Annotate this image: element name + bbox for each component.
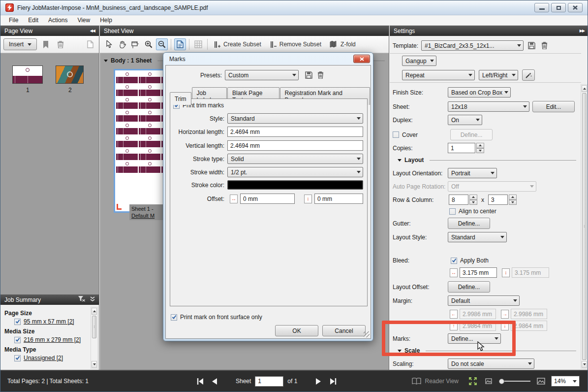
save-preset-icon[interactable] <box>304 70 313 80</box>
scaling-dropdown[interactable]: Do not scale <box>448 359 534 369</box>
duplex-dropdown[interactable]: On <box>448 115 482 125</box>
rows-stepper[interactable] <box>469 195 477 205</box>
z-fold-button[interactable]: Z-fold <box>330 41 356 48</box>
finish-size-dropdown[interactable]: Based on Crop Box <box>448 87 511 98</box>
media-type-link[interactable]: Unassigned [2] <box>24 355 63 361</box>
zoom-slider[interactable] <box>499 379 530 384</box>
media-type-checkbox[interactable] <box>14 355 21 361</box>
sheet-number-input[interactable]: 1 <box>255 376 283 387</box>
sheet-content-view-icon[interactable] <box>174 38 186 50</box>
remove-subset-button[interactable]: Remove Subset <box>270 41 321 48</box>
next-sheet-icon[interactable] <box>313 376 324 387</box>
previous-sheet-icon[interactable] <box>209 376 220 387</box>
page-size-link[interactable]: 95 mm x 57 mm [2] <box>24 318 74 325</box>
delete-preset-icon[interactable] <box>315 70 325 80</box>
job-summary-scrollbar[interactable] <box>91 307 98 369</box>
zoom-out-icon[interactable] <box>156 38 168 50</box>
margin-dropdown[interactable]: Default <box>448 295 520 306</box>
align-to-center-checkbox[interactable] <box>449 208 456 215</box>
offset-horizontal-input[interactable]: 0 mm <box>240 194 295 204</box>
stroke-color-swatch[interactable] <box>227 180 363 190</box>
dialog-resize-grip[interactable] <box>364 331 370 337</box>
stroke-width-dropdown[interactable]: 1/2 pt. <box>227 167 363 177</box>
cols-input[interactable]: 3 <box>488 195 508 205</box>
finish-size-value: Based on Crop Box <box>451 89 502 96</box>
save-template-icon[interactable] <box>526 41 536 51</box>
media-size-checkbox[interactable] <box>14 337 21 343</box>
copies-stepper[interactable] <box>476 143 484 153</box>
maximize-button[interactable] <box>551 3 566 12</box>
sheet-edit-button[interactable]: Edit... <box>532 101 575 112</box>
select-tool-icon[interactable] <box>103 38 115 50</box>
copies-input[interactable]: 1 <box>448 143 475 153</box>
horizontal-length-input[interactable]: 2.4694 mm <box>227 127 363 137</box>
zoom-in-icon[interactable] <box>143 38 155 50</box>
offset-vertical-input[interactable]: 0 mm <box>314 194 363 204</box>
template-dropdown[interactable]: #1_BizCard_2x3.5_12x1... <box>421 40 524 51</box>
collapse-sections-icon[interactable] <box>90 296 95 303</box>
stroke-type-dropdown[interactable]: Solid <box>227 154 363 164</box>
duplex-style-dropdown[interactable]: Left/Right <box>479 70 518 80</box>
new-page-icon[interactable] <box>84 38 96 50</box>
cancel-button[interactable]: Cancel <box>322 325 366 336</box>
ok-button[interactable]: OK <box>275 325 318 336</box>
gangup-dropdown[interactable]: Gangup <box>402 56 436 66</box>
gutter-define-button[interactable]: Define... <box>448 218 490 229</box>
sheet-size-dropdown[interactable]: 12x18 <box>448 101 529 112</box>
delete-template-icon[interactable] <box>539 41 549 51</box>
margin-right-input: 2.9986 mm <box>511 309 547 319</box>
page-size-checkbox[interactable] <box>14 319 21 325</box>
delete-page-icon[interactable] <box>55 38 66 50</box>
menu-edit[interactable]: Edit <box>24 16 43 25</box>
menu-view[interactable]: View <box>73 16 94 25</box>
apply-both-checkbox[interactable] <box>451 258 457 264</box>
business-card-preview <box>139 148 160 160</box>
bookmark-icon[interactable] <box>40 38 52 50</box>
marks-define-dropdown[interactable]: Define... <box>448 333 501 344</box>
filter-clear-icon[interactable] <box>78 296 85 303</box>
sheet-preview[interactable] <box>114 69 166 213</box>
zoom-level-dropdown[interactable]: 14% <box>551 376 580 387</box>
media-size-link[interactable]: 216 mm x 279 mm [2] <box>24 336 81 343</box>
sheet-caption-line2[interactable]: Default M <box>131 212 167 219</box>
page-thumbnail-2[interactable] <box>56 65 84 84</box>
bleed-horizontal-input[interactable]: 3.175 mm <box>460 267 497 278</box>
zoom-in-thumbnail-icon[interactable] <box>535 376 546 387</box>
fit-to-window-icon[interactable] <box>467 376 478 387</box>
last-sheet-icon[interactable] <box>328 376 339 387</box>
create-subset-button[interactable]: Create Subset <box>214 41 261 48</box>
cover-checkbox[interactable] <box>393 131 399 138</box>
rows-input[interactable]: 8 <box>449 195 468 205</box>
layout-orientation-dropdown[interactable]: Portrait <box>448 168 497 178</box>
minimize-button[interactable] <box>534 3 549 12</box>
presets-dropdown[interactable]: Custom <box>225 70 299 80</box>
layout-section-collapse-icon[interactable] <box>398 159 402 162</box>
style-dropdown[interactable]: Standard <box>227 113 363 124</box>
measure-tool-icon[interactable] <box>129 38 141 50</box>
front-surface-only-checkbox[interactable] <box>171 314 177 321</box>
menu-help[interactable]: Help <box>95 16 117 25</box>
vertical-length-input[interactable]: 2.4694 mm <box>227 140 363 151</box>
insert-dropdown[interactable]: Insert <box>3 38 37 50</box>
scale-section-collapse-icon[interactable] <box>398 350 402 352</box>
close-button[interactable] <box>568 3 583 12</box>
expand-panel-icon[interactable]: ▶▶ <box>580 29 585 33</box>
smart-layout-wand-button[interactable] <box>522 69 535 81</box>
first-sheet-icon[interactable] <box>194 376 205 387</box>
repeat-dropdown[interactable]: Repeat <box>402 70 475 80</box>
tab-trim[interactable]: Trim <box>170 92 191 105</box>
cols-stepper[interactable] <box>509 195 517 205</box>
collapse-panel-icon[interactable]: ◀◀ <box>90 29 95 33</box>
zoom-out-thumbnail-icon[interactable] <box>483 376 494 387</box>
marks-dialog-close-icon[interactable] <box>353 55 370 63</box>
cols-value: 3 <box>491 196 495 203</box>
marks-dialog-titlebar[interactable]: Marks <box>163 53 373 65</box>
layout-grid-view-icon[interactable] <box>192 38 204 50</box>
settings-scrollbar[interactable] <box>581 84 588 369</box>
layout-offset-define-button[interactable]: Define... <box>448 281 490 293</box>
layout-style-dropdown[interactable]: Standard <box>448 232 507 242</box>
pan-tool-icon[interactable] <box>116 38 128 50</box>
menu-actions[interactable]: Actions <box>44 16 72 25</box>
menu-file[interactable]: File <box>4 16 23 25</box>
page-thumbnail-1[interactable] <box>12 65 43 84</box>
